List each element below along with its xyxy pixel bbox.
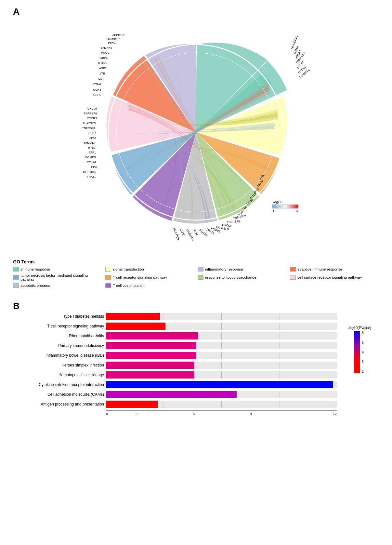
bar-track-8 [106,391,337,398]
x-tick-6: 6 [165,412,222,416]
gene-label-cxcr3: CXCR3 [87,117,97,120]
gene-label-eomes: EOMES [85,156,96,159]
gene-label-ltb: LTB [100,72,105,75]
bar-track-1 [106,323,337,330]
gene-label-cd27: CD27 [88,131,96,135]
x-tick-9: 9 [222,412,280,416]
panel-b-label: B [13,301,20,311]
bar-track-0 [106,313,337,320]
bar-label-8: Cell adhesion molecules (CAMs) [16,392,104,397]
gene-label-il2rg: IL2RG [98,61,107,65]
go-label-lps-response: response to lipopolysaccharide [205,275,256,279]
legend-val-2: 2 [362,370,364,373]
logfc-label: logFC [273,200,283,204]
go-label-tcell-receptor: T cell receptor signaling pathway [113,275,167,279]
go-item-tnf-signaling: tumor necrosis factor-mediated signaling… [13,273,102,281]
bar-legend-gradient-row: 6 5 4 3 2 [354,331,365,373]
svg-rect-6 [272,205,298,208]
bar-fill-3 [106,342,196,349]
bar-row-4: Inflammatory bowel disease (IBD) [16,352,337,359]
bar-legend-values: 6 5 4 3 2 [360,331,365,373]
bar-row-5: Herpes simplex infection [16,362,337,369]
x-tick-12: 12 [280,412,337,416]
gene-label-sh2rx5: SH2RX5 [101,46,112,49]
gene-label-cxcl9-left: CXCL9 [87,107,97,110]
legend-val-4: 4 [362,351,364,354]
go-label-signal-transduction: signal transduction [113,267,144,271]
go-terms-grid: immune response signal transduction infl… [13,267,379,288]
bar-label-3: Primary immunodeficiency [16,343,104,348]
bar-track-6 [106,371,337,379]
bar-track-7 [106,381,337,388]
gene-label-tnfrsf8: TNFRSF8 [84,112,97,115]
go-terms-title: GO Terms [13,259,379,264]
gene-label-trat1: TRAT1 [87,175,96,179]
go-item-adaptive-immune: adaptive immune response [290,267,379,272]
gene-label-clec10a: CLEC10A [83,170,96,174]
gene-label-ccr4: CCR4 [93,88,101,91]
bar-track-9 [106,401,337,408]
go-label-tcell-costim: T cell costimulation [113,284,145,287]
gene-label-tnfrsf4: TNFRSF4 [82,126,96,130]
go-label-immune-response: immune response [20,267,50,271]
bar-chart-inner: Type I diabetes mellitusT cell receptor … [16,313,337,416]
logfc-min: -1 [272,209,274,213]
bar-label-6: Hematopoietic cell lineage [16,373,104,377]
gene-label-gbp5-2: GBP5 [100,56,108,60]
go-color-apoptotic [13,283,19,288]
bar-label-0: Type I diabetes mellitus [16,314,104,319]
bar-label-4: Inflammatory bowel disease (IBD) [16,353,104,358]
bar-fill-6 [106,371,194,379]
page: A [0,0,392,422]
go-item-inflammatory-response: inflammatory response [198,267,287,272]
gene-label-cd6: CD6 [91,166,97,169]
go-terms-legend: GO Terms immune response signal transduc… [13,256,379,291]
go-color-signal-transduction [105,267,111,272]
bar-gradient-bar [354,331,360,373]
chord-diagram: HLA-DQB1 GZMA VREB3 TRBV12-3 CTLA4 CXCL9… [79,19,313,253]
bar-fill-1 [106,323,165,330]
go-color-adaptive-immune [290,267,296,272]
go-item-tcell-receptor: T cell receptor signaling pathway [105,273,194,281]
bar-track-2 [106,332,337,339]
chord-diagram-container: HLA-DQB1 GZMA VREB3 TRBV12-3 CTLA4 CXCL9… [79,19,313,253]
gene-label-itgal: ITGAL [93,83,102,86]
go-label-cell-surface: cell surface receptor signaling pathway [297,275,362,279]
bar-fill-9 [106,401,158,408]
go-item-signal-transduction: signal transduction [105,267,194,272]
gene-label-p2ry: P2RY [108,42,115,45]
bars-container: Type I diabetes mellitusT cell receptor … [16,313,337,408]
bar-fill-0 [106,313,160,320]
go-label-adaptive-immune: adaptive immune response [297,267,342,271]
bar-row-7: Cytokine-cytokine receptor interaction [16,381,337,388]
bar-chart-wrapper: Type I diabetes mellitusT cell receptor … [13,313,337,416]
bar-row-6: Hematopoietic cell lineage [16,371,337,379]
legend-val-3: 3 [362,360,364,364]
gene-label-ctla4-l: CTLA4 [87,161,96,164]
bar-label-1: T cell receptor signaling pathway [16,324,104,328]
bar-row-9: Antigen processing and presentation [16,401,337,408]
x-axis: 0 3 6 9 12 [106,410,337,416]
gene-label-sh2d1a: SH2D1A [84,141,95,144]
go-label-inflammatory-response: inflammatory response [205,267,243,271]
go-color-tcell-costim [105,283,111,288]
bar-legend-title: -log10(PValue) [348,326,372,330]
bar-row-0: Type I diabetes mellitus [16,313,337,320]
bar-track-4 [106,352,337,359]
bar-row-8: Cell adhesion molecules (CAMs) [16,391,337,398]
logfc-max: 3 [296,209,298,213]
go-color-inflammatory-response [198,267,203,272]
go-label-apoptotic: apoptotic process [20,284,50,287]
bar-color-legend: -log10(PValue) 6 5 4 3 2 [340,326,379,373]
panel-b: B Type I diabetes mellitusT cell recepto… [13,301,379,416]
panel-a: A [13,7,379,291]
bar-fill-8 [106,391,237,398]
bar-row-2: Rheumatoid arthritis [16,332,337,339]
bar-fill-5 [106,362,194,369]
bar-row-3: Primary immunodeficiency [16,342,337,349]
go-color-lps-response [198,275,203,280]
bar-label-9: Antigen processing and presentation [16,402,104,406]
go-item-tcell-costim: T cell costimulation [105,283,194,288]
go-color-immune-response [13,267,19,272]
go-item-cell-surface: cell surface receptor signaling pathway [290,273,379,281]
